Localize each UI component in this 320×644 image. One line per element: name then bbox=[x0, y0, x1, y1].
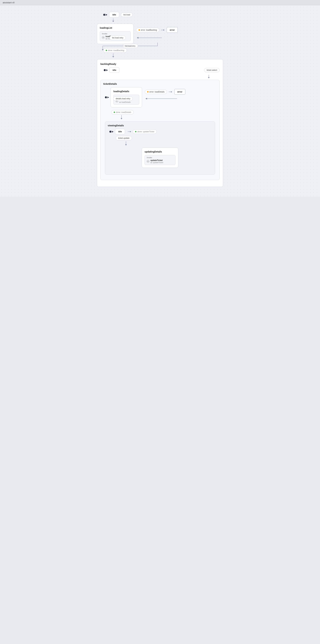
state-error-details: error bbox=[174, 89, 185, 95]
initial-arrow-top: ➤ bbox=[105, 13, 108, 16]
svg-marker-16 bbox=[171, 91, 172, 92]
transition-details-load-retry: details.load.retry bbox=[113, 96, 133, 101]
dot-green-done-loadbacklog bbox=[106, 50, 107, 51]
arrow-to-error-top bbox=[161, 29, 165, 31]
invoke-updateticket: Invoke updateTicket as updateTicket bbox=[145, 155, 175, 165]
initial-arrow-backlogready: ➤ bbox=[106, 68, 108, 72]
svg-marker-5 bbox=[137, 37, 138, 39]
arrow-to-updatingdetails bbox=[124, 141, 128, 146]
arrow-to-viewingdetails bbox=[120, 115, 123, 120]
state-backlogready: backlogReady ➤ idle bbox=[97, 59, 223, 187]
play-icon-updateticket bbox=[147, 160, 149, 163]
svg-marker-1 bbox=[112, 21, 114, 22]
app-title: aissistant v0 bbox=[3, 1, 15, 4]
play-icon-loadbacklog bbox=[102, 36, 105, 39]
svg-marker-3 bbox=[163, 29, 165, 31]
initial-indicator-backlogready: ➤ bbox=[104, 68, 108, 72]
arrow-details-retry bbox=[145, 97, 178, 100]
svg-marker-12 bbox=[112, 56, 114, 58]
initial-indicator-ticketdetails: ➤ bbox=[105, 96, 109, 99]
transition-ticket-update: ticket.update bbox=[116, 136, 132, 140]
transition-list-load-retry: list.load.retry bbox=[110, 36, 126, 40]
transition-done-loadbacklog: done: loadBacklog bbox=[103, 48, 127, 52]
state-ticketdetails: ticketDetails ➤ loadingDetails bbox=[100, 80, 220, 180]
dot-orange-loadbacklog bbox=[139, 29, 140, 31]
state-idle-backlogready: idle bbox=[109, 67, 119, 73]
canvas: ➤ idle list.load loadin bbox=[0, 5, 320, 197]
svg-marker-22 bbox=[130, 131, 131, 132]
transition-list-load: list.load bbox=[121, 12, 133, 17]
arrow-to-loadinglist bbox=[112, 18, 115, 22]
arrow-to-backlogready bbox=[112, 53, 115, 58]
state-error-top: error bbox=[167, 27, 178, 33]
svg-marker-24 bbox=[125, 144, 127, 146]
initial-indicator-viewingdetails: ➤ bbox=[109, 130, 114, 134]
svg-marker-20 bbox=[121, 118, 122, 120]
arrow-done-updateticket bbox=[128, 130, 132, 133]
state-updatingdetails: updatingDetails Invoke updateTicket as u… bbox=[142, 148, 178, 168]
transition-error-loadbacklog: error: loadBacklog bbox=[136, 28, 159, 32]
diagram-wrapper: ➤ idle list.load loadin bbox=[97, 12, 223, 187]
state-viewingdetails: viewingDetails ➤ idle bbox=[105, 121, 215, 174]
state-idle-viewingdetails: idle bbox=[115, 129, 125, 134]
svg-marker-18 bbox=[145, 98, 147, 100]
transition-done-updateticket: done: updateTicket bbox=[133, 130, 157, 134]
app-window: aissistant v0 ➤ idle list.load bbox=[0, 0, 320, 197]
transition-ticket-select: ticket.select bbox=[204, 68, 220, 72]
transition-error-loaddetails: error: loadDetails bbox=[145, 90, 167, 94]
dot-orange-loaddetails bbox=[147, 91, 149, 92]
arrow-to-ticketdetails bbox=[207, 75, 210, 79]
arrow-to-error-details bbox=[169, 90, 173, 93]
dot-green-done-updateticket bbox=[135, 131, 136, 132]
svg-marker-14 bbox=[208, 77, 210, 78]
state-loadinglist: loadingList Invoke loadBacklog as loadBa… bbox=[97, 24, 133, 44]
transition-done-loaddetails: done: loadDetails bbox=[111, 110, 134, 114]
arrow-list-load-retry bbox=[136, 36, 163, 40]
initial-indicator-top: ➤ bbox=[103, 13, 108, 16]
dot-green-done-loaddetails bbox=[114, 112, 115, 113]
title-bar: aissistant v0 bbox=[0, 0, 320, 5]
state-idle-top: idle bbox=[109, 12, 119, 18]
